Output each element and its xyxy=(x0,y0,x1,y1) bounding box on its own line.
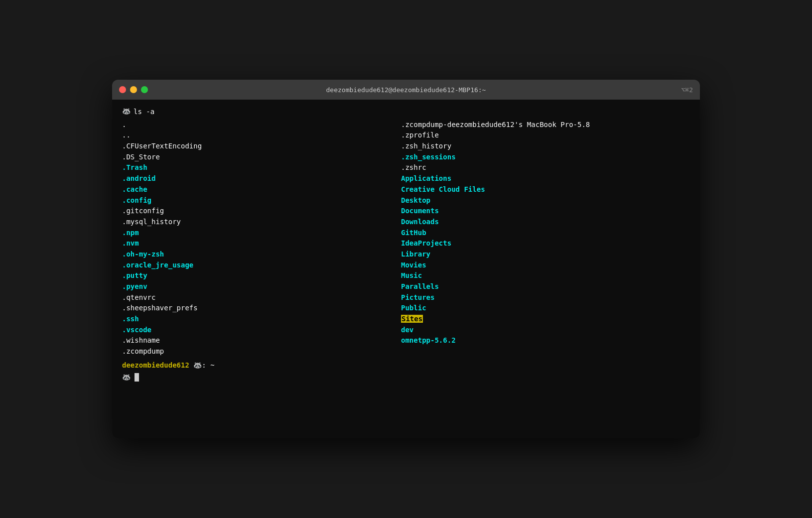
left-column-entry: .ssh xyxy=(122,314,401,325)
output-grid: ....CFUserTextEncoding.DS_Store.Trash.an… xyxy=(122,120,690,357)
close-button[interactable] xyxy=(119,86,126,93)
right-column-entry: .zsh_history xyxy=(401,141,690,152)
right-column-entry: Pictures xyxy=(401,292,690,303)
right-column-entry: dev xyxy=(401,325,690,336)
terminal-window: deezombiedude612@deezombiedude612-MBP16:… xyxy=(112,80,700,438)
right-column-entry: Sites xyxy=(401,314,690,325)
prompt-separator: : ~ xyxy=(202,361,214,369)
right-column-entry: .zsh_sessions xyxy=(401,152,690,163)
left-column-entry: .oh-my-zsh xyxy=(122,249,401,260)
left-column-entry: .zcompdump xyxy=(122,346,401,357)
cursor-line: 🦝 xyxy=(122,372,690,383)
left-column-entry: .config xyxy=(122,195,401,206)
left-column-entry: .cache xyxy=(122,184,401,195)
maximize-button[interactable] xyxy=(141,86,148,93)
left-column-entry: .pyenv xyxy=(122,281,401,292)
right-column-entry: omnetpp-5.6.2 xyxy=(401,335,690,346)
raccoon-icon: 🦝 xyxy=(122,107,131,118)
window-title: deezombiedude612@deezombiedude612-MBP16:… xyxy=(326,86,486,94)
command-text: ls -a xyxy=(134,107,154,118)
window-shortcut: ⌥⌘2 xyxy=(681,86,693,94)
left-column-entry: .Trash xyxy=(122,162,401,173)
left-column-entry: .CFUserTextEncoding xyxy=(122,141,401,152)
terminal-cursor xyxy=(135,373,139,382)
right-column-entry: Creative Cloud Files xyxy=(401,184,690,195)
terminal-body: 🦝 ls -a ....CFUserTextEncoding.DS_Store.… xyxy=(112,100,700,438)
left-column-entry: .oracle_jre_usage xyxy=(122,260,401,271)
prompt-user: deezombiedude612 🦝 xyxy=(122,361,202,369)
left-column-entry: .DS_Store xyxy=(122,152,401,163)
left-column-entry: .wishname xyxy=(122,335,401,346)
left-column-entry: .qtenvrc xyxy=(122,292,401,303)
right-column-entry: Documents xyxy=(401,206,690,217)
right-column-entry: Applications xyxy=(401,173,690,184)
right-column-entry: Music xyxy=(401,270,690,281)
right-column-entry: .zcompdump-deezombiedude612's MacBook Pr… xyxy=(401,120,690,130)
right-column-entry: Public xyxy=(401,303,690,314)
right-column-entry: Library xyxy=(401,249,690,260)
left-column-entry: .mysql_history xyxy=(122,217,401,228)
left-column-entry: .. xyxy=(122,130,401,141)
right-column-entry: .zshrc xyxy=(401,162,690,173)
command-line: 🦝 ls -a xyxy=(122,107,690,118)
right-column-entry: .zprofile xyxy=(401,130,690,141)
left-column-entry: .putty xyxy=(122,270,401,281)
right-column-entry: GitHub xyxy=(401,228,690,239)
left-column: ....CFUserTextEncoding.DS_Store.Trash.an… xyxy=(122,120,401,357)
right-column-entry: Desktop xyxy=(401,195,690,206)
left-column-entry: . xyxy=(122,120,401,130)
minimize-button[interactable] xyxy=(130,86,137,93)
left-column-entry: .gitconfig xyxy=(122,206,401,217)
right-column-entry: Parallels xyxy=(401,281,690,292)
cursor-raccoon-icon: 🦝 xyxy=(122,372,131,383)
right-column: .zcompdump-deezombiedude612's MacBook Pr… xyxy=(401,120,690,357)
right-column-entry: Movies xyxy=(401,260,690,271)
title-bar: deezombiedude612@deezombiedude612-MBP16:… xyxy=(112,80,700,100)
left-column-entry: .nvm xyxy=(122,238,401,249)
left-column-entry: .npm xyxy=(122,228,401,239)
traffic-lights xyxy=(119,86,148,93)
right-column-entry: Downloads xyxy=(401,217,690,228)
left-column-entry: .vscode xyxy=(122,325,401,336)
prompt-line: deezombiedude612 🦝: ~ xyxy=(122,360,690,371)
left-column-entry: .android xyxy=(122,173,401,184)
right-column-entry: IdeaProjects xyxy=(401,238,690,249)
left-column-entry: .sheepshaver_prefs xyxy=(122,303,401,314)
